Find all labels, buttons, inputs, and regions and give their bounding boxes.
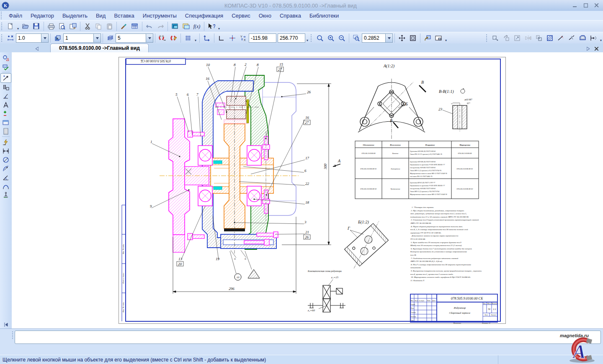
toolbar-grip[interactable] (1, 23, 4, 30)
maximize-button[interactable] (581, 1, 590, 10)
layers-icon[interactable] (105, 33, 115, 43)
angle-3points-tool[interactable] (1, 100, 11, 109)
menu-tools[interactable]: Инструменты (139, 13, 181, 19)
pan-icon[interactable] (397, 33, 407, 43)
layer-combo[interactable]: 5 (116, 33, 153, 43)
trim-curve-icon[interactable] (556, 33, 566, 43)
menu-insert[interactable]: Вставка (110, 13, 138, 19)
new-document-button[interactable] (5, 21, 15, 31)
zoom-combo-arrow[interactable] (385, 34, 392, 42)
angular-dimension-tool[interactable] (1, 173, 11, 182)
zoom-combo[interactable]: 0.2852 (362, 33, 393, 43)
zoom-overflow[interactable]: ▾ (444, 34, 448, 42)
datum-symbol-tool[interactable] (1, 190, 11, 199)
rotate-icon[interactable] (501, 33, 511, 43)
scale-combo-arrow[interactable] (41, 34, 48, 42)
menu-specification[interactable]: Спецификация (181, 13, 227, 19)
menu-file[interactable]: Файл (5, 13, 26, 19)
measure-curve-tool[interactable] (1, 62, 11, 71)
page-layout-icon[interactable] (433, 33, 443, 43)
auto-dimension-tool[interactable] (1, 138, 11, 146)
redo-button[interactable] (155, 21, 165, 31)
zoom-select-icon[interactable] (315, 33, 325, 43)
drawing-canvas[interactable]: 078.505.9.0100.00 СБ Инв. № дубл. Подп. … (12, 52, 603, 328)
zoom-out-icon[interactable] (337, 33, 347, 43)
save-button[interactable] (31, 21, 41, 31)
snap-settings-magnet-icon[interactable] (157, 33, 168, 43)
grid-dropdown[interactable]: ▾ (193, 34, 198, 42)
edit-overflow[interactable]: ▾ (599, 34, 603, 42)
angle-between-lines-tool[interactable] (1, 92, 11, 100)
measure-area-tool[interactable] (1, 54, 11, 62)
snap-move-icon[interactable] (227, 33, 237, 43)
fx-variables-icon[interactable]: f(x) (192, 21, 202, 31)
print-button[interactable] (46, 21, 56, 31)
variables-window-button[interactable] (181, 21, 191, 31)
copy-icon[interactable] (93, 21, 103, 31)
y-coordinate-field[interactable]: 256.770 (278, 33, 305, 43)
print-preview-button[interactable] (57, 21, 67, 31)
copy-properties-brush-icon[interactable] (119, 21, 129, 31)
report-sheet-tool[interactable] (1, 127, 11, 136)
point-coordinates-tool[interactable] (1, 83, 11, 92)
menu-service[interactable]: Сервис (227, 13, 255, 19)
ortho-mode-icon[interactable] (216, 33, 227, 43)
equidistant-icon[interactable] (577, 33, 588, 43)
fit-all-icon[interactable] (408, 33, 418, 43)
menu-help[interactable]: Справка (276, 13, 305, 19)
property-bar-field[interactable] (15, 331, 601, 344)
properties-panel-tool[interactable] (1, 118, 11, 127)
mirror-icon[interactable] (523, 33, 533, 43)
document-setup-button[interactable] (68, 21, 78, 31)
zoom-group-grip[interactable] (311, 34, 313, 42)
paste-icon[interactable] (104, 21, 114, 31)
new-document-dropdown[interactable]: ▾ (16, 22, 20, 31)
menu-edit[interactable]: Редактор (26, 13, 58, 19)
view-number-combo[interactable]: 1 (63, 33, 101, 43)
calculator-tool[interactable] (1, 109, 11, 118)
undo-button[interactable] (144, 21, 155, 31)
local-snap-magnet-icon[interactable] (168, 33, 178, 43)
toolbar-grip2[interactable] (1, 34, 4, 42)
zoom-area-icon[interactable] (351, 33, 361, 43)
layer-combo-arrow[interactable] (146, 34, 153, 42)
views-manager-icon[interactable] (53, 33, 63, 43)
split-curve-icon[interactable] (567, 33, 577, 43)
tab-close-icon[interactable] (592, 45, 600, 52)
tab-scroll-right-icon[interactable] (584, 45, 592, 52)
copy-object-icon[interactable] (534, 33, 544, 43)
minimize-button[interactable] (570, 1, 580, 10)
scale-object-icon[interactable] (512, 33, 522, 43)
radial-dimension-tool[interactable] (1, 164, 11, 173)
coords-overflow[interactable]: ▾ (305, 34, 309, 42)
close-button[interactable] (592, 1, 601, 10)
drawing-sheet[interactable]: 078.505.9.0100.00 СБ Инв. № дубл. Подп. … (119, 57, 506, 324)
hatch-region-icon[interactable] (545, 33, 555, 43)
linear-dimension-tool[interactable] (1, 146, 11, 155)
menubar-grip[interactable] (1, 12, 3, 19)
toolbar-overflow[interactable]: ▾ (217, 22, 221, 31)
measure-distance-tool-active[interactable] (0, 73, 11, 83)
scale-combo[interactable]: 1.0 (16, 33, 49, 43)
menu-select[interactable]: Выделить (58, 13, 92, 19)
menu-libraries[interactable]: Библиотеки (305, 13, 343, 19)
arc-dimension-tool[interactable] (1, 182, 11, 190)
spreadsheet-button[interactable] (130, 21, 140, 31)
open-document-button[interactable] (21, 21, 31, 31)
deform-shift-icon[interactable] (588, 33, 598, 43)
zoom-in-icon[interactable] (326, 33, 336, 43)
context-help-button[interactable]: ? (206, 21, 216, 31)
menu-window[interactable]: Окно (255, 13, 276, 19)
tab-scroll-left-icon[interactable] (33, 45, 41, 52)
view-combo-arrow[interactable] (93, 34, 100, 42)
new-window-button[interactable] (170, 21, 180, 31)
panel-expand-icon[interactable] (3, 321, 8, 329)
menu-view[interactable]: Вид (92, 13, 110, 19)
diameter-dimension-tool[interactable] (1, 155, 11, 164)
grid-icon[interactable] (183, 33, 193, 43)
edit-group-grip[interactable] (486, 34, 489, 42)
cut-icon[interactable] (82, 21, 93, 31)
local-cs-icon[interactable] (202, 33, 212, 43)
x-coordinate-field[interactable]: -115.98 (249, 33, 276, 43)
document-tab[interactable]: 078.505.9.0100.00 ->Главный вид (50, 44, 149, 52)
